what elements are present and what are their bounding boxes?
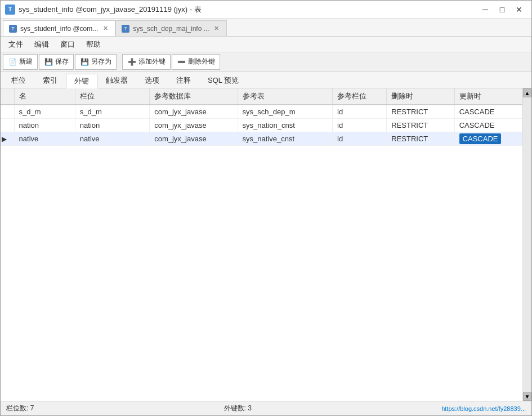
- scroll-up-arrow[interactable]: ▲: [523, 88, 531, 97]
- tab-columns[interactable]: 栏位: [3, 73, 34, 88]
- fk-name: native: [14, 132, 75, 146]
- tab-icon-dep: T: [122, 25, 129, 33]
- scroll-down-arrow[interactable]: ▼: [523, 392, 531, 401]
- scroll-track: [523, 97, 531, 392]
- row-marker: ▶: [1, 132, 14, 146]
- save-as-label: 另存为: [91, 57, 111, 66]
- fk-name: nation: [14, 119, 75, 132]
- tab-close-student[interactable]: ✕: [101, 25, 109, 33]
- fk-field: s_d_m: [75, 105, 149, 119]
- save-as-button[interactable]: 💾 另存为: [75, 54, 117, 70]
- tab-label-student: sys_student_info @com...: [20, 25, 98, 33]
- col-header-update: 更新时: [454, 88, 522, 105]
- main-window: T sys_student_info @com_jyx_javase_20191…: [0, 0, 532, 416]
- tab-icon-student: T: [9, 25, 17, 33]
- fk-field: nation: [75, 119, 149, 132]
- delete-fk-icon: ➖: [177, 57, 186, 66]
- maximize-button[interactable]: □: [494, 3, 510, 16]
- fk-name: s_d_m: [14, 105, 75, 119]
- fk-reftable: sys_nation_cnst: [238, 119, 332, 132]
- save-label: 保存: [55, 57, 69, 66]
- fk-update-action: CASCADE: [454, 119, 522, 132]
- fk-table-container[interactable]: 名 栏位 参考数据库 参考表 参考栏位 删除时 更新时 s_d_ms_d_mco…: [1, 88, 522, 401]
- tab-bar: T sys_student_info @com... ✕ T sys_sch_d…: [1, 19, 531, 37]
- new-icon: 📄: [8, 57, 17, 66]
- add-fk-label: 添加外键: [138, 57, 166, 66]
- fk-delete-action: RESTRICT: [387, 119, 454, 132]
- menu-window[interactable]: 窗口: [55, 38, 81, 51]
- fk-reftable: sys_native_cnst: [238, 132, 332, 146]
- title-bar: T sys_student_info @com_jyx_javase_20191…: [1, 1, 531, 19]
- tab-student-info[interactable]: T sys_student_info @com... ✕: [3, 20, 115, 36]
- fk-count: 外键数: 3: [224, 404, 442, 413]
- status-link: https://blog.csdn.net/fy28839...: [441, 405, 526, 412]
- table-row[interactable]: nationnationcom_jyx_javasesys_nation_cns…: [1, 119, 522, 132]
- tab-dep-maj[interactable]: T sys_sch_dep_maj_info ... ✕: [115, 20, 226, 36]
- save-icon: 💾: [44, 57, 53, 66]
- new-button[interactable]: 📄 新建: [3, 54, 38, 70]
- fk-refcol: id: [333, 119, 387, 132]
- fk-refcol: id: [333, 132, 387, 146]
- window-controls: ─ □ ✕: [477, 3, 527, 16]
- inner-tab-bar: 栏位 索引 外键 触发器 选项 注释 SQL 预览: [1, 71, 531, 88]
- field-count: 栏位数: 7: [6, 404, 224, 413]
- tab-comments[interactable]: 注释: [168, 73, 199, 88]
- table-row[interactable]: s_d_ms_d_mcom_jyx_javasesys_sch_dep_midR…: [1, 105, 522, 119]
- col-header-delete: 删除时: [387, 88, 454, 105]
- content-area: 名 栏位 参考数据库 参考表 参考栏位 删除时 更新时 s_d_ms_d_mco…: [1, 88, 531, 401]
- fk-update-action: CASCADE: [454, 105, 522, 119]
- menu-file[interactable]: 文件: [3, 38, 29, 51]
- menu-bar: 文件 编辑 窗口 帮助: [1, 37, 531, 52]
- fk-refdb: com_jyx_javase: [150, 132, 238, 146]
- col-header-refdb: 参考数据库: [150, 88, 238, 105]
- new-label: 新建: [19, 57, 33, 66]
- menu-help[interactable]: 帮助: [81, 38, 106, 51]
- tab-triggers[interactable]: 触发器: [97, 73, 136, 88]
- tab-options[interactable]: 选项: [136, 73, 168, 88]
- fk-update-action: CASCADE: [454, 132, 522, 146]
- fk-refcol: id: [333, 105, 387, 119]
- col-header-field: 栏位: [75, 88, 149, 105]
- tab-foreign-keys[interactable]: 外键: [66, 74, 97, 88]
- window-title: sys_student_info @com_jyx_javase_2019111…: [19, 5, 477, 15]
- tab-sql-preview[interactable]: SQL 预览: [199, 73, 247, 88]
- save-button[interactable]: 💾 保存: [39, 54, 74, 70]
- col-header-refcol: 参考栏位: [333, 88, 387, 105]
- fk-refdb: com_jyx_javase: [150, 119, 238, 132]
- col-header-reftable: 参考表: [238, 88, 332, 105]
- vertical-scrollbar[interactable]: ▲ ▼: [522, 88, 531, 401]
- fk-delete-action: RESTRICT: [387, 132, 454, 146]
- delete-fk-label: 删除外键: [188, 57, 215, 66]
- close-button[interactable]: ✕: [511, 3, 527, 16]
- col-header-name: 名: [14, 88, 75, 105]
- delete-fk-button[interactable]: ➖ 删除外键: [172, 54, 220, 70]
- status-bar: 栏位数: 7 外键数: 3 https://blog.csdn.net/fy28…: [1, 401, 531, 415]
- save-as-icon: 💾: [80, 57, 89, 66]
- col-header-marker: [1, 88, 14, 105]
- row-marker: [1, 119, 14, 132]
- fk-table: 名 栏位 参考数据库 参考表 参考栏位 删除时 更新时 s_d_ms_d_mco…: [1, 88, 522, 146]
- table-row[interactable]: ▶nativenativecom_jyx_javasesys_native_cn…: [1, 132, 522, 146]
- tab-label-dep: sys_sch_dep_maj_info ...: [133, 25, 209, 33]
- minimize-button[interactable]: ─: [477, 3, 493, 16]
- add-fk-icon: ➕: [127, 57, 136, 66]
- fk-reftable: sys_sch_dep_m: [238, 105, 332, 119]
- fk-field: native: [75, 132, 149, 146]
- toolbar: 📄 新建 💾 保存 💾 另存为 ➕ 添加外键 ➖ 删除外键: [1, 52, 531, 71]
- add-fk-button[interactable]: ➕ 添加外键: [122, 54, 171, 70]
- menu-edit[interactable]: 编辑: [29, 38, 55, 51]
- fk-delete-action: RESTRICT: [387, 105, 454, 119]
- fk-refdb: com_jyx_javase: [150, 105, 238, 119]
- tab-close-dep[interactable]: ✕: [213, 25, 221, 33]
- row-marker: [1, 105, 14, 119]
- tab-indexes[interactable]: 索引: [34, 73, 66, 88]
- app-icon: T: [5, 5, 15, 15]
